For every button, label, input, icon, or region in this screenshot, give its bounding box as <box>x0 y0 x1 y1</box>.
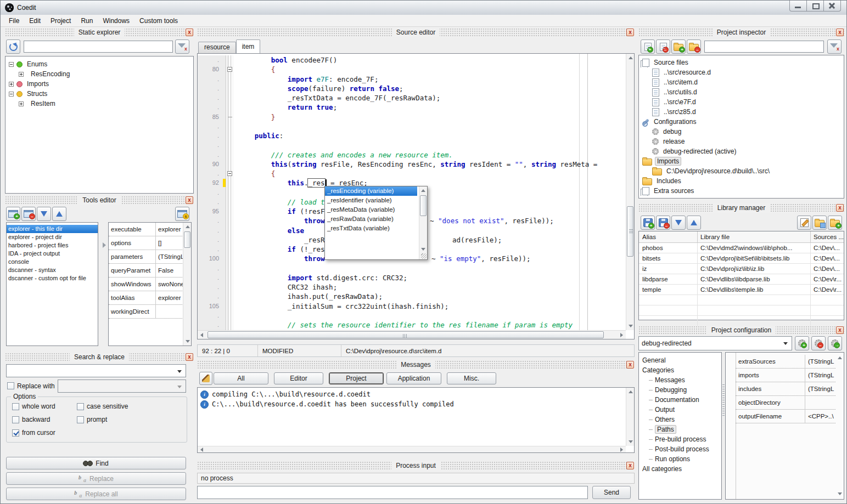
project-tree-row[interactable]: debug <box>639 127 844 137</box>
property-row[interactable]: executable explorer <box>109 223 183 236</box>
config-category-row[interactable]: Pre-build process <box>639 434 721 444</box>
config-category-row[interactable]: General <box>639 355 721 365</box>
completion-item[interactable]: _resTxtData (variable) <box>325 224 417 233</box>
fold-icon[interactable] <box>228 117 232 117</box>
move-tool-down-button[interactable] <box>37 207 51 221</box>
library-row[interactable]: libdparse C:\Dev\dlibs\libdparse.lib C:\… <box>639 274 844 285</box>
expand-icon[interactable] <box>9 92 14 97</box>
replace-with-checkbox[interactable] <box>7 382 14 389</box>
remove-tool-button[interactable] <box>21 207 36 221</box>
project-tree-row[interactable]: ..\src\z85.d <box>639 107 844 117</box>
checkbox-icon[interactable] <box>12 403 19 410</box>
tool-list-item[interactable]: explorer - this file dir <box>7 225 98 233</box>
code-line[interactable]: 85 } <box>198 112 626 122</box>
config-category-row[interactable]: Run options <box>639 454 721 464</box>
minimize-button[interactable] <box>789 1 807 12</box>
move-library-down-button[interactable] <box>671 216 686 230</box>
expand-icon[interactable] <box>9 82 14 87</box>
add-configuration-button[interactable] <box>795 336 809 350</box>
replace-all-button[interactable]: Replace all <box>6 488 186 500</box>
completion-item[interactable]: _resIdentifier (variable) <box>325 196 417 205</box>
project-tree-row[interactable]: Source files <box>639 58 844 67</box>
project-tree-row[interactable]: C:\Dev\dproj\resource.d\build\..\src\ <box>639 166 844 176</box>
property-expander-icon[interactable] <box>103 242 106 248</box>
property-row[interactable]: toolAlias explorer <box>109 291 183 305</box>
editor-tab[interactable]: resource <box>198 42 236 53</box>
checkbox-icon[interactable] <box>12 429 19 437</box>
code-line[interactable]: . ihash.put(_resRawData); <box>198 292 626 301</box>
add-library-button[interactable] <box>641 216 655 230</box>
search-replace-close-button[interactable] <box>186 353 193 361</box>
project-inspector-filter-button[interactable] <box>827 39 842 54</box>
static-explorer-close-button[interactable] <box>186 29 193 36</box>
execute-tool-button[interactable] <box>175 207 189 221</box>
code-line[interactable]: . return true; <box>198 103 626 112</box>
code-line[interactable]: . _resTxtData = encode_7F(_resRawData); <box>198 93 626 103</box>
config-splitter[interactable] <box>722 384 725 417</box>
project-tree-row[interactable]: Includes <box>639 176 844 186</box>
static-explorer-filter-button[interactable] <box>175 39 189 54</box>
menu-item[interactable]: Edit <box>24 16 46 26</box>
code-line[interactable]: . <box>198 311 626 320</box>
checkbox-icon[interactable] <box>12 416 19 423</box>
code-line[interactable]: 90 this(string resFile, ResEncoding resE… <box>198 160 626 169</box>
project-tree-row[interactable]: ..\src\utils.d <box>639 87 844 97</box>
menu-item[interactable]: File <box>4 16 24 26</box>
messages-header[interactable]: Messages <box>197 360 635 370</box>
code-line[interactable]: . bool encodee7F() <box>198 55 626 65</box>
source-editor-header[interactable]: Source editor <box>197 28 635 37</box>
messages-filter-application[interactable]: Application <box>386 372 441 384</box>
menu-item[interactable]: Run <box>76 16 98 26</box>
code-line[interactable]: 80 { <box>198 65 626 74</box>
search-option[interactable]: whole word <box>12 403 77 410</box>
checkbox-icon[interactable] <box>77 403 84 410</box>
expand-icon[interactable] <box>19 72 24 77</box>
config-category-row[interactable]: Categories <box>639 365 721 375</box>
close-button[interactable] <box>823 1 841 12</box>
library-row[interactable]: phobos C:\Dev\dmd2\windows\lib\phob... C… <box>639 243 844 253</box>
static-explorer-header[interactable]: Static explorer <box>5 28 194 37</box>
editor-horizontal-scrollbar[interactable] <box>198 330 626 339</box>
project-config-header[interactable]: Project configuration <box>638 326 844 335</box>
code-line[interactable]: . /// creates and encodes a new resource… <box>198 150 626 160</box>
tool-list-item[interactable]: explorer - project dir <box>7 233 98 241</box>
project-inspector-close-button[interactable] <box>836 29 844 36</box>
property-row[interactable]: parameters (TStringL <box>109 250 183 264</box>
menu-item[interactable]: Windows <box>98 16 134 26</box>
process-input-field[interactable] <box>197 486 588 499</box>
code-line[interactable]: . import e7F: encode_7F; <box>198 75 626 84</box>
completion-item[interactable]: _resRawData (variable) <box>325 214 417 224</box>
tool-list-item[interactable]: harbored - project files <box>7 241 98 250</box>
remove-folder-button[interactable] <box>687 39 701 54</box>
fold-icon[interactable] <box>227 67 232 72</box>
replace-with-combo[interactable] <box>58 380 186 393</box>
remove-source-button[interactable] <box>656 39 670 54</box>
project-tree-row[interactable]: ..\src\e7F.d <box>639 97 844 107</box>
search-term-combo[interactable] <box>6 364 186 377</box>
search-replace-header[interactable]: Search & replace <box>5 353 194 362</box>
messages-filter-project[interactable]: Project <box>329 372 384 384</box>
refresh-button[interactable] <box>6 39 20 54</box>
title-bar[interactable]: Coedit <box>1 1 846 15</box>
configuration-select[interactable]: debug-redirected <box>638 336 792 350</box>
search-option[interactable]: from cursor <box>12 429 77 437</box>
project-inspector-filter-input[interactable] <box>704 41 824 53</box>
symbol-tree-row[interactable]: Enums <box>5 59 193 69</box>
config-category-row[interactable]: Messages <box>639 375 721 385</box>
column-sources[interactable]: Sources ... <box>810 231 844 242</box>
project-tree-row[interactable]: Extra sources <box>639 186 844 196</box>
messages-filter-editor[interactable]: Editor <box>274 372 323 384</box>
find-button[interactable]: Find <box>6 457 186 469</box>
library-manager-header[interactable]: Library manager <box>638 203 844 213</box>
config-property-row[interactable]: objectDirectory <box>736 396 835 410</box>
fold-icon[interactable] <box>227 171 232 176</box>
tools-editor-header[interactable]: Tools editor <box>5 196 194 205</box>
messages-filter-misc[interactable]: Misc. <box>447 372 496 384</box>
edit-library-button[interactable] <box>797 216 811 230</box>
column-alias[interactable]: Alias <box>639 234 697 240</box>
library-row[interactable]: temple C:\Dev\dlibs\temple.lib C:\Dev\r.… <box>639 285 844 295</box>
project-tree-row[interactable]: ..\src\item.d <box>639 77 844 87</box>
config-category-row[interactable]: Documentation <box>639 395 721 405</box>
static-explorer-search-input[interactable] <box>24 41 173 53</box>
add-source-button[interactable] <box>641 39 655 54</box>
